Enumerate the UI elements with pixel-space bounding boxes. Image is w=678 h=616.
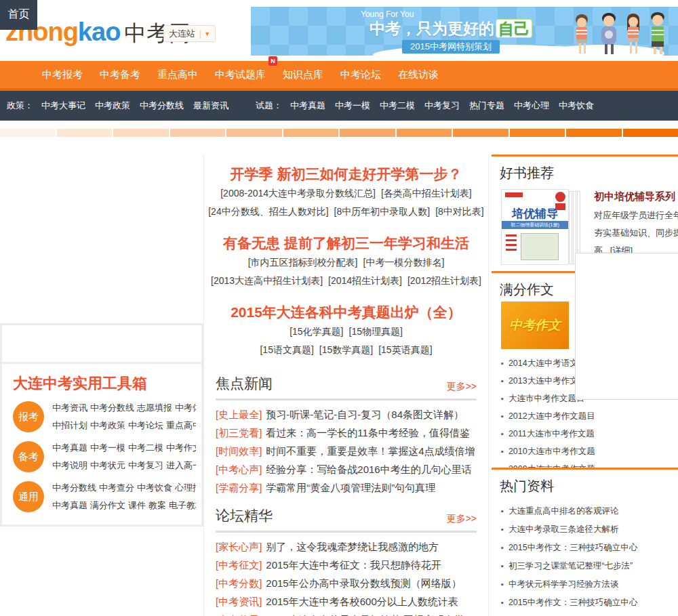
toolbox-link[interactable]: 电子教材: [169, 500, 196, 510]
headline-link[interactable]: 有备无患 提前了解初三一年学习和生活: [204, 233, 488, 253]
toolbox-link[interactable]: 中考一模: [90, 443, 125, 453]
hot-list-item[interactable]: 大连重点高中排名的客观评论: [501, 502, 678, 520]
toolbox-link[interactable]: 中考说明: [52, 460, 87, 470]
subnav-link-xinli[interactable]: 中考心理: [514, 100, 549, 112]
toolbox-link[interactable]: 中考分数线: [52, 482, 96, 493]
headline-sublink[interactable]: [8中对比表]: [435, 206, 484, 217]
forum-more-link[interactable]: 更多>>: [447, 513, 477, 525]
toolbox-link[interactable]: 重点高中: [166, 420, 196, 430]
headline-sublink[interactable]: [15物理真题]: [349, 326, 403, 337]
nav-item-fangtan[interactable]: 在线访谈: [398, 61, 439, 88]
book-cover-image[interactable]: 培优辅导 初二物理基础训练(1册): [501, 189, 569, 265]
toolbox-link[interactable]: 中考真题: [52, 500, 87, 510]
nav-item-baokao[interactable]: 中考报考: [42, 61, 83, 88]
toolbox-link[interactable]: 中考查分: [99, 482, 134, 493]
subnav-link-zhenti[interactable]: 中考真题: [290, 100, 325, 112]
toolbox-link[interactable]: 心理指导: [175, 482, 196, 493]
banner-ad[interactable]: Young For You 中考，只为更好的自己 2015中考网特别策划: [251, 7, 678, 56]
toolbox-badge-tongyong[interactable]: 通用: [13, 481, 44, 512]
toolbox-link[interactable]: 教案: [148, 500, 166, 510]
nav-item-luntan[interactable]: 中考论坛: [340, 61, 381, 88]
toolbox-link[interactable]: 中考体育: [175, 403, 196, 413]
subnav-link-yinshi[interactable]: 中考饮食: [559, 100, 594, 112]
hot-list-item[interactable]: 大连中考录取三条途径大解析: [501, 520, 678, 539]
hot-list-item[interactable]: 中考状元科学学习经验方法谈: [501, 575, 678, 594]
headline-sublink[interactable]: [中考一模分数排名]: [363, 257, 445, 268]
headline-sublink[interactable]: [2013大连高中招生计划表]: [211, 275, 323, 286]
subnav-link-zixun[interactable]: 最新资讯: [193, 100, 228, 112]
headline-sublink[interactable]: [2014招生计划表]: [328, 275, 402, 286]
essay-list-item[interactable]: 2012大连中考作文题目: [501, 407, 678, 425]
toolbox-link[interactable]: 中考分数线: [90, 403, 134, 413]
headline-sublink[interactable]: [2012招生计划表]: [407, 275, 481, 286]
subnav-link-fenshuxian[interactable]: 中考分数线: [140, 100, 184, 112]
nav-item-shitiku[interactable]: 中考试题库: [215, 61, 266, 88]
headline-sublinks-row: [15语文真题][15数学真题][15英语真题]: [204, 341, 488, 359]
book-name-link[interactable]: 初中培优辅导系列: [594, 189, 678, 204]
headline-sublink[interactable]: [15语文真题]: [260, 344, 313, 355]
hot-list-item[interactable]: 2015中考作文：三种技巧确立中心: [501, 594, 678, 612]
toolbox-link[interactable]: 课件: [128, 500, 146, 510]
news-text: 时间不重要，重要是效率！掌握这4点成绩倍增: [266, 442, 475, 460]
subnav-group-policy-label: 政策：: [7, 100, 33, 112]
city-station-selector[interactable]: 大连站 | ▼: [163, 25, 216, 42]
subnav-link-fuxi[interactable]: 中考复习: [424, 100, 460, 112]
headline-sublink[interactable]: [24中分数线、招生人数对比]: [208, 206, 328, 217]
headline-sublink[interactable]: [2008-2014大连中考录取分数线汇总]: [220, 188, 376, 199]
headline-link[interactable]: 2015年大连各科中考真题出炉（全）: [204, 302, 488, 323]
toolbox-link[interactable]: 中考复习: [128, 460, 163, 470]
forum-item[interactable]: [家长心声] 别了，这令我魂牵梦绕让我感激的地方: [216, 537, 477, 556]
toolbox-link[interactable]: 进入高一: [166, 460, 196, 470]
toolbox-link[interactable]: 中考真题: [52, 443, 87, 453]
toolbox-link[interactable]: 中考状元: [90, 460, 125, 470]
focus-news-more-link[interactable]: 更多>>: [447, 381, 477, 393]
toolbox-link[interactable]: 志愿填报: [137, 403, 172, 413]
banner-tagline-main: 中考，只为更好的自己: [332, 19, 570, 38]
nav-item-gaozhong[interactable]: 重点高中: [157, 61, 198, 88]
news-text: 2015年大连中考征文：我只想静待花开: [266, 556, 441, 574]
hot-list-item[interactable]: 初三学习之课堂笔记整理“七步法”: [501, 612, 678, 616]
toolbox-badge-baokao[interactable]: 报考: [13, 401, 44, 432]
forum-item[interactable]: [中考状元] 2015大连中考状元竟是姐妹花 同报育明中学: [216, 611, 477, 616]
news-item[interactable]: [时间效率] 时间不重要，重要是效率！掌握这4点成绩倍增: [216, 442, 477, 460]
banner-text: Young For You 中考，只为更好的自己 2015中考网特别策划: [332, 9, 570, 54]
news-item[interactable]: [学霸分享] 学霸常用“黄金八项管理法则”句句真理: [216, 478, 477, 497]
subnav-link-zhengce[interactable]: 中考政策: [95, 100, 130, 112]
hot-list-item[interactable]: 2015中考作文：三种技巧确立中心: [501, 539, 678, 557]
subnav-link-dashiji[interactable]: 中考大事记: [41, 100, 85, 112]
toolbox-badge-beikao[interactable]: 备考: [13, 441, 44, 472]
hot-list-item[interactable]: 初三学习之课堂笔记整理“七步法”: [501, 557, 678, 575]
essay-list-item[interactable]: 2011大连市中考作文题: [501, 425, 678, 443]
headline-sublink[interactable]: [15数学真题]: [319, 344, 373, 355]
nav-item-beikao[interactable]: 中考备考: [100, 61, 140, 88]
essay-image[interactable]: 中考作文: [501, 302, 569, 349]
forum-item[interactable]: [中考征文] 2015年大连中考征文：我只想静待花开: [216, 556, 477, 574]
subnav-link-zhuanti[interactable]: 热门专题: [469, 100, 504, 112]
nav-item-home-active[interactable]: 首页: [0, 0, 37, 30]
news-item[interactable]: [中考心声] 经验分享：写给备战2016中考生的几句心里话: [216, 460, 477, 478]
headline-sublink[interactable]: [15化学真题]: [290, 326, 343, 337]
nav-item-zhishidianku[interactable]: 知识点库: [283, 61, 323, 88]
toolbox-link[interactable]: 中考饮食: [137, 482, 172, 493]
headline-sublink[interactable]: [8中历年初中录取人数]: [334, 206, 431, 217]
toolbox-link[interactable]: 中考资讯: [52, 403, 87, 413]
forum-item[interactable]: [中考资讯] 2015年大连中考各校600分以上人数统计表: [216, 592, 477, 611]
toolbox-link[interactable]: 中招计划: [52, 420, 87, 430]
subnav-link-yimo[interactable]: 中考一模: [335, 100, 370, 112]
news-tag: [学霸分享]: [216, 478, 262, 497]
headline-sublink[interactable]: [各类高中招生计划表]: [381, 188, 472, 199]
essay-list-item[interactable]: 2010大连市中考作文题: [501, 443, 678, 460]
toolbox-link[interactable]: 中考作文: [166, 443, 196, 453]
toolbox-link[interactable]: 中考政策: [90, 420, 125, 430]
news-item[interactable]: [初三党看] 看过来：高一学长的11条中考经验，值得借鉴: [216, 424, 477, 442]
toolbox-link[interactable]: 中考论坛: [128, 420, 163, 430]
toolbox-link[interactable]: 中考二模: [128, 443, 163, 453]
news-item[interactable]: [史上最全] 预习-听课-笔记-自习-复习（84条图文详解）: [216, 405, 477, 424]
headline-link[interactable]: 开学季 新初三如何走好开学第一步？: [204, 164, 488, 184]
toolbox-row-tongyong: 通用 中考分数线中考查分中考饮食心理指导 中考真题满分作文课件教案电子教材: [2, 479, 201, 514]
forum-item[interactable]: [中考分数] 2015年公办高中录取分数线预测（网络版）: [216, 574, 477, 592]
headline-sublink[interactable]: [15英语真题]: [378, 344, 432, 355]
toolbox-link[interactable]: 满分作文: [90, 500, 125, 510]
headline-sublink[interactable]: [市内五区指标到校分配表]: [248, 257, 358, 268]
subnav-link-ermo[interactable]: 中考二模: [380, 100, 415, 112]
